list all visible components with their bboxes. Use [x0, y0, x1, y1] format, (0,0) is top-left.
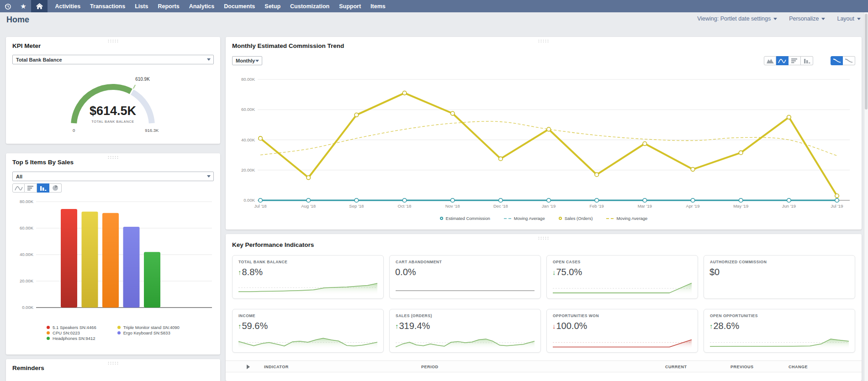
nav-item-activities[interactable]: Activities [50, 0, 85, 12]
legend-item[interactable]: Estimated Commission [440, 216, 490, 221]
scrollbar-thumb[interactable] [865, 14, 868, 110]
trend-chart-type-area-button[interactable] [764, 56, 776, 65]
nav-item-lists[interactable]: Lists [130, 0, 153, 12]
nav-item-customization[interactable]: Customization [286, 0, 334, 12]
portlet-drag-handle[interactable] [107, 361, 119, 365]
data-point-Estimated Commission[interactable] [402, 198, 407, 203]
home-icon[interactable] [31, 0, 48, 12]
legend-item[interactable]: Ergo Keyboard SN:5833 [117, 330, 180, 335]
kpi-meter-selected-value: Total Bank Balance [16, 57, 62, 63]
bar-Triple Monitor stand SN:4090[interactable] [82, 212, 98, 308]
viewing-dropdown[interactable]: Viewing: Portlet date settings [697, 16, 777, 22]
personalize-dropdown[interactable]: Personalize [789, 16, 825, 22]
data-point-Estimated Commission[interactable] [450, 198, 455, 203]
nav-item-support[interactable]: Support [334, 0, 366, 12]
nav-item-analytics[interactable]: Analytics [184, 0, 219, 12]
legend-item[interactable]: Moving Average [606, 216, 647, 221]
table-header-previous[interactable]: PREVIOUS [730, 365, 754, 369]
table-header-change[interactable]: CHANGE [789, 365, 808, 369]
top5-filter-select[interactable]: All [12, 172, 214, 181]
legend-item[interactable]: Triple Monitor stand SN:4090 [117, 325, 180, 330]
trend-chart-type-hbar-button[interactable] [789, 56, 801, 65]
table-header-period[interactable]: PERIOD [421, 365, 439, 369]
data-point-Sales (Orders)[interactable] [835, 194, 839, 198]
kpi-tile-cart-abandonment[interactable]: CART ABANDONMENT0.0% [389, 255, 541, 299]
data-point-Estimated Commission[interactable] [547, 198, 551, 203]
data-point-Sales (Orders)[interactable] [355, 113, 359, 117]
data-point-Sales (Orders)[interactable] [547, 127, 551, 131]
data-point-Sales (Orders)[interactable] [643, 141, 647, 146]
trend-period-select[interactable]: Monthly [232, 56, 262, 65]
shortcuts-star-icon[interactable]: ★ [16, 0, 31, 12]
kpi-tile-sales-orders-[interactable]: SALES (ORDERS)↑319.4% [389, 309, 541, 353]
layout-dropdown[interactable]: Layout [837, 16, 861, 22]
nav-item-items[interactable]: Items [366, 0, 391, 12]
trend-smooth-off-button[interactable] [843, 56, 855, 65]
table-header-indicator[interactable]: INDICATOR [264, 365, 289, 369]
trend-period-value: Monthly [236, 58, 255, 63]
data-point-Estimated Commission[interactable] [643, 198, 647, 203]
kpi-tile-income[interactable]: INCOME↑59.6% [232, 309, 384, 353]
top5-chart-type-line-button[interactable] [12, 183, 25, 193]
top5-chart-type-vbar-button[interactable] [37, 183, 49, 193]
trend-smooth-on-button[interactable] [831, 56, 843, 65]
expand-row-icon[interactable] [247, 365, 250, 369]
trend-chart-type-vbar-button[interactable] [801, 56, 813, 65]
bar-CPU SN:0223[interactable] [102, 213, 119, 308]
data-point-Estimated Commission[interactable] [355, 198, 359, 203]
kpi-tile-opportunities-won[interactable]: OPPORTUNITIES WON↓100.0% [546, 309, 698, 353]
table-header-current[interactable]: CURRENT [665, 365, 687, 369]
kpi-tile-open-cases[interactable]: OPEN CASES↓75.0% [546, 255, 698, 299]
data-point-Sales (Orders)[interactable] [499, 157, 503, 161]
kpi-sparkline [710, 334, 849, 350]
header-controls: Viewing: Portlet date settings Personali… [697, 16, 861, 22]
data-point-Estimated Commission[interactable] [595, 198, 599, 203]
bar-Headphones SN:9412[interactable] [144, 252, 160, 308]
data-point-Estimated Commission[interactable] [739, 198, 743, 203]
legend-item[interactable]: CPU SN:0223 [47, 330, 96, 335]
legend-item[interactable]: Moving Average [504, 216, 545, 221]
legend-item[interactable]: 5.1 Speakers SN:4466 [47, 325, 96, 330]
kpi-tile-number: 59.6% [242, 321, 268, 331]
data-point-Estimated Commission[interactable] [307, 198, 311, 203]
legend-item[interactable]: Sales (Orders) [559, 216, 593, 221]
trend-chart-type-line-button[interactable] [776, 56, 789, 65]
portlet-drag-handle[interactable] [538, 236, 550, 240]
data-point-Sales (Orders)[interactable] [739, 151, 743, 155]
data-point-Sales (Orders)[interactable] [450, 111, 455, 115]
kpi-tile-total-bank-balance[interactable]: TOTAL BANK BALANCE↑8.8% [232, 255, 384, 299]
portlet-drag-handle[interactable] [538, 39, 550, 42]
vertical-scrollbar[interactable] [864, 12, 868, 381]
data-point-Estimated Commission[interactable] [499, 198, 503, 203]
bar-Ergo Keyboard SN:5833[interactable] [123, 227, 140, 308]
portlet-drag-handle[interactable] [107, 156, 119, 159]
nav-item-documents[interactable]: Documents [219, 0, 260, 12]
data-point-Sales (Orders)[interactable] [402, 91, 407, 95]
nav-item-setup[interactable]: Setup [260, 0, 286, 12]
data-point-Sales (Orders)[interactable] [307, 176, 311, 180]
data-point-Sales (Orders)[interactable] [595, 172, 599, 177]
data-point-Sales (Orders)[interactable] [787, 115, 791, 120]
nav-item-transactions[interactable]: Transactions [85, 0, 130, 12]
kpi-meter-select[interactable]: Total Bank Balance [12, 55, 214, 64]
legend-item[interactable]: Headphones SN:9412 [47, 336, 96, 341]
kpi-tile-authorized-commission[interactable]: AUTHORIZED COMMISSION$0 [704, 255, 855, 299]
top5-chart-type-pie-button[interactable] [49, 183, 62, 193]
kpi-tile-open-opportunities[interactable]: OPEN OPPORTUNITIES↑28.6% [704, 309, 855, 353]
data-point-Sales (Orders)[interactable] [691, 167, 695, 172]
recent-history-icon[interactable] [0, 0, 16, 12]
portlet-drag-handle[interactable] [107, 39, 119, 42]
legend-label: Headphones SN:9412 [53, 336, 95, 341]
data-point-Sales (Orders)[interactable] [259, 136, 263, 141]
top5-chart-type-hbar-button[interactable] [25, 183, 37, 193]
chevron-down-icon [207, 175, 211, 177]
portlet-title: Reminders [12, 365, 44, 371]
svg-text:610.9K: 610.9K [135, 77, 150, 82]
data-point-Estimated Commission[interactable] [835, 198, 839, 203]
bar-5.1 Speakers SN:4466[interactable] [61, 209, 77, 308]
data-point-Estimated Commission[interactable] [691, 198, 695, 203]
arrow-up-icon: ↑ [395, 322, 399, 330]
nav-item-reports[interactable]: Reports [153, 0, 184, 12]
data-point-Estimated Commission[interactable] [259, 198, 263, 203]
data-point-Estimated Commission[interactable] [787, 198, 791, 203]
